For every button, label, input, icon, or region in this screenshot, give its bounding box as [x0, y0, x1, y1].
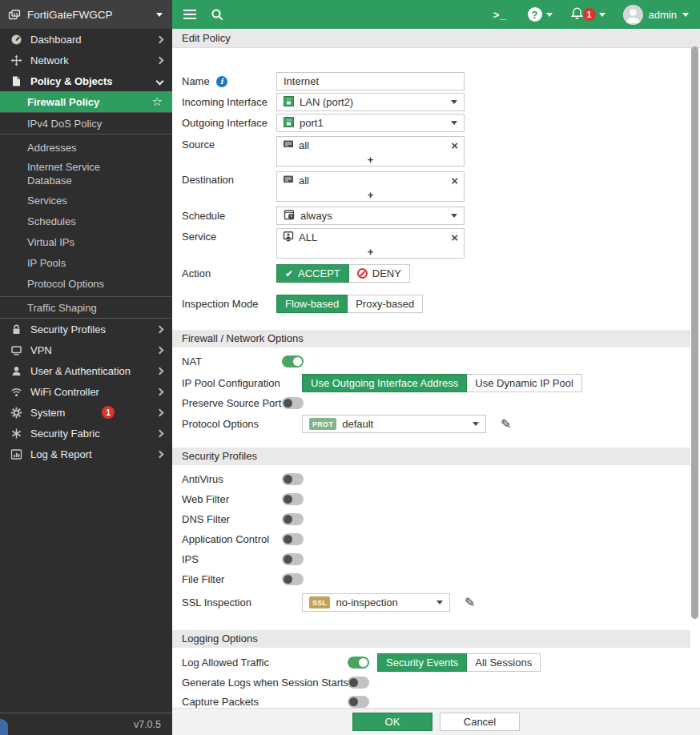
- generate-logs-toggle[interactable]: [348, 677, 369, 689]
- sidebar-item-dashboard[interactable]: Dashboard: [0, 29, 172, 50]
- notifications-menu[interactable]: 1: [570, 6, 605, 22]
- outgoing-interface-select[interactable]: port1: [276, 114, 465, 132]
- sidebar-item-label: Addresses: [27, 142, 76, 154]
- ips-toggle[interactable]: [282, 553, 304, 565]
- form-row-log-allowed-traffic: Log Allowed Traffic Security Events All …: [182, 653, 700, 672]
- remove-icon[interactable]: ×: [451, 139, 458, 151]
- source-add-button[interactable]: +: [277, 153, 464, 166]
- incoming-interface-label: Incoming Interface: [182, 96, 276, 108]
- nat-toggle[interactable]: [282, 355, 304, 368]
- inspection-mode-segmented: Flow-based Proxy-based: [276, 295, 423, 313]
- device-selector[interactable]: FortiGateFWGCP: [0, 0, 172, 29]
- favorite-star-icon[interactable]: ☆: [152, 94, 163, 109]
- chevron-right-icon: [156, 325, 164, 333]
- sidebar-item-addresses[interactable]: Addresses: [0, 137, 172, 158]
- service-entry[interactable]: ALL ×: [277, 229, 464, 245]
- antivirus-toggle[interactable]: [282, 473, 304, 485]
- security-events-button[interactable]: Security Events: [377, 653, 467, 672]
- form-row-action: Action ✔ ACCEPT DENY: [182, 264, 700, 283]
- preserve-source-port-label: Preserve Source Port: [182, 397, 282, 409]
- file-filter-label: File Filter: [182, 573, 282, 585]
- web-filter-toggle[interactable]: [282, 493, 304, 505]
- sidebar-item-virtual-ips[interactable]: Virtual IPs: [0, 231, 172, 252]
- service-add-button[interactable]: +: [277, 245, 464, 258]
- capture-packets-label: Capture Packets: [182, 696, 348, 708]
- log-allowed-traffic-label: Log Allowed Traffic: [182, 657, 348, 669]
- inspection-mode-label: Inspection Mode: [182, 298, 276, 310]
- form-row-ips: IPS: [182, 552, 700, 566]
- sidebar-item-vpn[interactable]: VPN: [0, 339, 172, 360]
- dns-filter-toggle[interactable]: [282, 513, 304, 525]
- destination-entry[interactable]: all ×: [277, 172, 464, 188]
- sidebar-item-security-fabric[interactable]: Security Fabric: [0, 423, 172, 444]
- chevron-right-icon: [156, 429, 164, 437]
- flow-based-button[interactable]: Flow-based: [276, 295, 348, 313]
- name-input[interactable]: [276, 72, 465, 90]
- ip-pool-segmented: Use Outgoing Interface Address Use Dynam…: [302, 374, 582, 392]
- sidebar-item-ip-pools[interactable]: IP Pools: [0, 252, 172, 273]
- search-icon[interactable]: [211, 8, 224, 22]
- sidebar-item-user-authentication[interactable]: User & Authentication: [0, 360, 172, 381]
- info-icon: i: [216, 76, 227, 87]
- remove-icon[interactable]: ×: [451, 231, 458, 243]
- action-label: Action: [182, 267, 276, 279]
- form-row-name: Name i: [182, 72, 700, 90]
- ok-button[interactable]: OK: [352, 713, 432, 731]
- sidebar-item-system[interactable]: System 1: [0, 402, 172, 423]
- sidebar-item-protocol-options[interactable]: Protocol Options: [0, 273, 172, 294]
- flow-based-label: Flow-based: [285, 298, 339, 310]
- page-title: Edit Policy: [172, 29, 700, 48]
- destination-add-button[interactable]: +: [277, 188, 464, 201]
- form-row-inspection-mode: Inspection Mode Flow-based Proxy-based: [182, 295, 700, 313]
- cancel-button[interactable]: Cancel: [440, 713, 520, 731]
- fabric-icon: [10, 428, 23, 440]
- log-allowed-traffic-toggle[interactable]: [348, 657, 369, 669]
- chevron-down-icon: [451, 121, 457, 125]
- sidebar-item-traffic-shaping[interactable]: Traffic Shaping: [0, 297, 172, 318]
- sidebar-item-firewall-policy[interactable]: Firewall Policy ☆: [0, 91, 172, 112]
- device-name: FortiGateFWGCP: [27, 9, 113, 21]
- sidebar-item-internet-service-database[interactable]: Internet Service Database: [0, 158, 172, 190]
- sidebar-item-security-profiles[interactable]: Security Profiles: [0, 319, 172, 339]
- application-control-toggle[interactable]: [282, 533, 304, 545]
- ssl-badge: SSL: [309, 596, 330, 608]
- cli-console-button[interactable]: >_: [493, 9, 507, 21]
- dns-filter-label: DNS Filter: [182, 513, 282, 525]
- section-security-profiles: Security Profiles: [172, 448, 690, 465]
- sidebar-item-policy-objects[interactable]: Policy & Objects: [0, 70, 172, 91]
- remove-icon[interactable]: ×: [451, 175, 458, 187]
- capture-packets-toggle[interactable]: [348, 696, 369, 708]
- use-outgoing-interface-address-button[interactable]: Use Outgoing Interface Address: [302, 374, 467, 392]
- edit-pencil-icon[interactable]: ✎: [501, 418, 511, 431]
- incoming-interface-select[interactable]: LAN (port2): [276, 93, 465, 111]
- bell-icon: [570, 6, 584, 22]
- schedule-select[interactable]: always: [276, 207, 465, 225]
- sidebar-item-log-report[interactable]: Log & Report: [0, 444, 172, 464]
- sidebar-item-label: Protocol Options: [27, 278, 104, 290]
- ssl-inspection-select[interactable]: SSL no-inspection: [302, 593, 450, 612]
- hamburger-menu-icon[interactable]: [183, 10, 196, 19]
- scrollbar-thumb[interactable]: [691, 46, 698, 619]
- sidebar-item-network[interactable]: Network: [0, 50, 172, 70]
- chevron-down-icon: [599, 13, 605, 17]
- admin-user-menu[interactable]: admin: [623, 5, 689, 25]
- preserve-source-port-toggle[interactable]: [282, 397, 304, 409]
- source-entry[interactable]: all ×: [277, 137, 464, 153]
- all-sessions-button[interactable]: All Sessions: [466, 653, 541, 672]
- accept-button[interactable]: ✔ ACCEPT: [276, 264, 349, 283]
- edit-pencil-icon[interactable]: ✎: [465, 596, 475, 609]
- sidebar-item-ipv4-dos-policy[interactable]: IPv4 DoS Policy: [0, 113, 172, 134]
- form-row-service: Service ALL × +: [182, 228, 700, 259]
- interface-icon: [284, 96, 294, 109]
- file-filter-toggle[interactable]: [282, 573, 304, 585]
- protocol-options-select[interactable]: PROT default: [302, 415, 486, 433]
- help-menu[interactable]: ?: [528, 7, 553, 22]
- topbar-right: >_ ? 1 admin: [493, 5, 689, 25]
- form-row-source: Source all × +: [182, 136, 700, 167]
- sidebar-item-schedules[interactable]: Schedules: [0, 211, 172, 231]
- deny-button[interactable]: DENY: [348, 264, 410, 283]
- proxy-based-button[interactable]: Proxy-based: [347, 295, 423, 313]
- sidebar-item-wifi-controller[interactable]: WiFi Controller: [0, 381, 172, 402]
- use-dynamic-ip-pool-button[interactable]: Use Dynamic IP Pool: [466, 374, 582, 392]
- sidebar-item-services[interactable]: Services: [0, 190, 172, 211]
